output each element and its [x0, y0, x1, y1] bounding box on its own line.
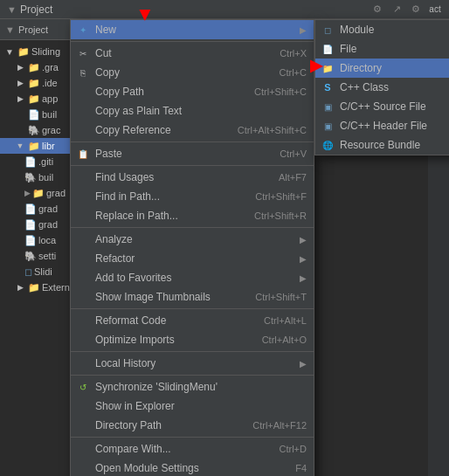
menu-item-copy-plain[interactable]: Copy as Plain Text	[71, 101, 314, 121]
menu-item-reformat[interactable]: Reformat Code Ctrl+Alt+L	[71, 311, 314, 330]
submenu-item-resource-bundle[interactable]: 🌐 Resource Bundle	[315, 135, 449, 155]
menu-item-show-thumbnails[interactable]: Show Image Thumbnails Ctrl+Shift+T	[71, 287, 314, 307]
menu-item-copy-ref[interactable]: Copy Reference Ctrl+Alt+Shift+C	[71, 121, 314, 140]
tree-item-libr[interactable]: ▼ 📁 libr	[0, 138, 78, 154]
gear-icon[interactable]: ⚙	[409, 3, 423, 17]
submenu-item-resource-bundle-label: Resource Bundle	[340, 139, 420, 151]
file-icon: 📄	[28, 109, 40, 121]
menu-item-replace-in-path[interactable]: Replace in Path... Ctrl+Shift+R	[71, 206, 314, 225]
menu-item-analyze[interactable]: Analyze ▶	[71, 230, 314, 249]
submenu-item-cpp-class[interactable]: S C++ Class	[315, 78, 449, 97]
settings-icon[interactable]: ⚙	[370, 3, 384, 17]
title-bar-title: Project	[20, 3, 52, 16]
submenu-item-module[interactable]: ◻ Module	[315, 20, 449, 39]
tree-item-buil2[interactable]: 🐘 buil	[0, 169, 78, 185]
optimize-icon	[76, 333, 90, 347]
menu-item-copy-path[interactable]: Copy Path Ctrl+Shift+C	[71, 82, 314, 101]
tree-item-ide[interactable]: ▶ 📁 .ide	[0, 75, 78, 91]
menu-item-directory-path-label: Directory Path	[95, 419, 252, 431]
find-in-path-shortcut: Ctrl+Shift+F	[255, 191, 307, 202]
resource-icon: 🌐	[321, 138, 335, 152]
submenu-item-cpp-header-label: C/C++ Header File	[340, 120, 427, 132]
title-bar: ▼ Project ⚙ ↗ ⚙ act	[0, 0, 449, 19]
submenu-item-cpp-header[interactable]: ▣ C/C++ Header File	[315, 116, 449, 135]
copy-ref-shortcut: Ctrl+Alt+Shift+C	[238, 125, 307, 135]
submenu-item-file[interactable]: 📄 File	[315, 39, 449, 59]
menu-item-refactor[interactable]: Refactor ▶	[71, 249, 314, 268]
menu-item-module-settings-label: Open Module Settings	[95, 462, 295, 474]
module-settings-icon	[76, 461, 90, 475]
tree-item-gra[interactable]: ▶ 📁 .gra	[0, 59, 78, 75]
menu-item-add-favorites[interactable]: Add to Favorites ▶	[71, 268, 314, 287]
cut-icon: ✂	[76, 46, 90, 60]
submenu-arrow-icon: ▶	[300, 25, 307, 35]
tree-label: .giti	[38, 156, 53, 167]
menu-item-find-usages[interactable]: Find Usages Alt+F7	[71, 168, 314, 187]
arrow-icon: ▼	[3, 45, 16, 58]
tree-item-grad3[interactable]: 📄 grad	[0, 217, 78, 232]
refactor-arrow-icon: ▶	[300, 254, 307, 264]
tree-item-extern[interactable]: ▶ 📁 Extern	[0, 279, 78, 295]
tree-label: buil	[42, 109, 57, 120]
menu-item-copy[interactable]: ⎘ Copy Ctrl+C	[71, 63, 314, 82]
menu-item-refactor-label: Refactor	[95, 252, 300, 265]
reformat-shortcut: Ctrl+Alt+L	[264, 315, 307, 326]
arrow-icon: ▶	[14, 93, 26, 105]
find-usages-shortcut: Alt+F7	[279, 172, 307, 183]
refactor-icon	[76, 252, 90, 266]
arrow-icon: ▶	[24, 189, 31, 197]
menu-item-directory-path[interactable]: Directory Path Ctrl+Alt+F12	[71, 416, 314, 435]
tree-item-setti[interactable]: 🐘 setti	[0, 248, 78, 264]
submenu-item-file-label: File	[340, 43, 356, 55]
menu-item-new[interactable]: ✦ New ▶	[71, 20, 314, 39]
tree-item-grad[interactable]: ▶ 📁 grad	[0, 185, 78, 201]
tree-label: Slidi	[34, 266, 52, 277]
tree-item-grad2[interactable]: 📄 grad	[0, 201, 78, 217]
sync-icon: ↺	[76, 380, 90, 394]
folder-icon: 📁	[28, 141, 40, 152]
tree-label: Sliding	[31, 46, 60, 57]
separator-2	[71, 141, 314, 142]
tree-item-slidi[interactable]: ◻ Slidi	[0, 264, 78, 279]
cpp-class-icon: S	[321, 80, 335, 94]
menu-item-synchronize[interactable]: ↺ Synchronize 'SlidingMenu'	[71, 377, 314, 397]
tree-item-giti[interactable]: 📄 .giti	[0, 154, 78, 169]
tree-label: grad	[46, 188, 66, 198]
separator-8	[71, 437, 314, 438]
menu-item-paste[interactable]: 📋 Paste Ctrl+V	[71, 144, 314, 163]
tree-item-app[interactable]: ▶ 📁 app	[0, 91, 78, 107]
tree-item-loca[interactable]: 📄 loca	[0, 232, 78, 248]
menu-item-compare[interactable]: Compare With... Ctrl+D	[71, 439, 314, 459]
tree-item-sliding[interactable]: ▼ 📁 Sliding	[0, 44, 78, 59]
menu-item-replace-in-path-label: Replace in Path...	[95, 210, 254, 222]
menu-item-show-explorer[interactable]: Show in Explorer	[71, 397, 314, 416]
submenu-item-directory[interactable]: 📁 Directory	[315, 59, 449, 78]
copy-ref-icon	[76, 123, 90, 137]
tree-item-buil[interactable]: 📄 buil	[0, 107, 78, 122]
menu-item-cut[interactable]: ✂ Cut Ctrl+X	[71, 44, 314, 63]
menu-item-optimize[interactable]: Optimize Imports Ctrl+Alt+O	[71, 330, 314, 349]
copy-path-shortcut: Ctrl+Shift+C	[254, 86, 307, 97]
compare-shortcut: Ctrl+D	[280, 444, 307, 454]
gradle-icon: 🐘	[28, 125, 40, 136]
tree-item-grac[interactable]: 🐘 grac	[0, 122, 78, 138]
menu-item-compare-label: Compare With...	[95, 443, 280, 455]
menu-item-module-settings[interactable]: Open Module Settings F4	[71, 459, 314, 476]
submenu-item-cpp-source[interactable]: ▣ C/C++ Source File	[315, 97, 449, 116]
external-icon[interactable]: ↗	[390, 3, 404, 17]
menu-item-find-in-path[interactable]: Find in Path... Ctrl+Shift+F	[71, 187, 314, 206]
context-menu: ✦ New ▶ ✂ Cut Ctrl+X ⎘ Copy Ctrl+C Copy …	[70, 19, 314, 476]
file-icon: 📄	[24, 156, 37, 168]
copy-path-icon	[76, 85, 90, 99]
reformat-icon	[76, 314, 90, 328]
file-icon: 📄	[24, 219, 37, 231]
menu-item-local-history[interactable]: Local History ▶	[71, 354, 314, 373]
submenu-item-cpp-source-label: C/C++ Source File	[340, 100, 426, 113]
separator-4	[71, 227, 314, 228]
menu-item-copy-label: Copy	[95, 66, 280, 79]
tree-label: grad	[38, 219, 58, 230]
file-icon: 📄	[24, 204, 37, 215]
compare-icon	[76, 442, 90, 456]
submenu-item-cpp-class-label: C++ Class	[340, 81, 389, 93]
menu-item-cut-label: Cut	[95, 47, 280, 59]
